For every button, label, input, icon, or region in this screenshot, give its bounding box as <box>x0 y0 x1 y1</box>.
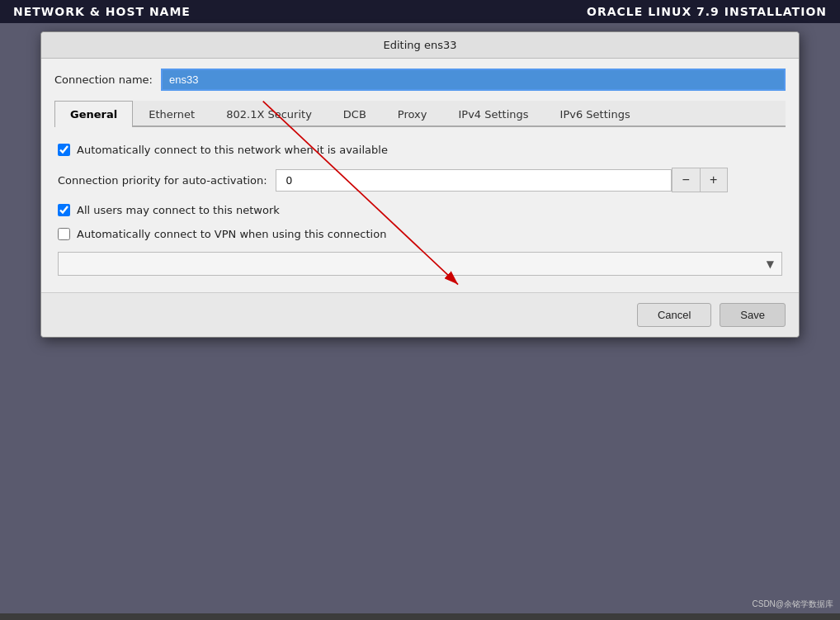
priority-row: Connection priority for auto-activation:… <box>58 168 782 192</box>
vpn-checkbox-row: Automatically connect to VPN when using … <box>58 228 782 240</box>
save-button[interactable]: Save <box>720 303 786 327</box>
priority-decrease-button[interactable]: − <box>672 168 700 192</box>
tab-dcb[interactable]: DCB <box>328 101 382 127</box>
priority-input-group: − + <box>276 168 728 192</box>
all-users-row: All users may connect to this network <box>58 204 782 216</box>
top-bar: NETWORK & HOST NAME ORACLE LINUX 7.9 INS… <box>0 0 840 23</box>
all-users-label: All users may connect to this network <box>77 204 280 216</box>
watermark: CSDN@余铭学数据库 <box>753 599 834 610</box>
tabs-bar: General Ethernet 802.1X Security DCB Pro… <box>54 101 786 127</box>
connection-name-label: Connection name: <box>54 73 153 86</box>
app-title-right: ORACLE LINUX 7.9 INSTALLATION <box>587 5 827 18</box>
app-title-left: NETWORK & HOST NAME <box>13 5 191 18</box>
auto-connect-row: Automatically connect to this network wh… <box>58 144 782 156</box>
auto-connect-checkbox[interactable] <box>58 144 70 156</box>
editing-dialog: Editing ens33 Connection name: General E… <box>40 31 800 338</box>
connection-name-input[interactable] <box>161 69 786 91</box>
connection-name-row: Connection name: <box>54 69 786 91</box>
dialog-body: Connection name: General Ethernet 802.1X… <box>41 59 799 292</box>
priority-label: Connection priority for auto-activation: <box>58 174 267 187</box>
all-users-checkbox[interactable] <box>58 204 70 216</box>
tab-general[interactable]: General <box>54 101 133 127</box>
page-background: Editing ens33 Connection name: General E… <box>0 23 840 613</box>
vpn-dropdown-row: ▼ <box>58 252 782 276</box>
priority-increase-button[interactable]: + <box>700 168 728 192</box>
tab-content-general: Automatically connect to this network wh… <box>54 140 786 279</box>
priority-input[interactable] <box>276 169 672 192</box>
vpn-auto-connect-checkbox[interactable] <box>58 228 70 240</box>
vpn-dropdown-wrapper: ▼ <box>58 252 782 276</box>
dialog-title: Editing ens33 <box>384 39 457 51</box>
tab-ipv4-settings[interactable]: IPv4 Settings <box>442 101 544 127</box>
cancel-button[interactable]: Cancel <box>637 303 711 327</box>
auto-connect-label: Automatically connect to this network wh… <box>77 144 388 156</box>
vpn-auto-connect-label: Automatically connect to VPN when using … <box>77 228 386 240</box>
tab-8021x-security[interactable]: 802.1X Security <box>210 101 328 127</box>
tab-proxy[interactable]: Proxy <box>382 101 443 127</box>
dialog-titlebar: Editing ens33 <box>41 32 799 59</box>
tab-ipv6-settings[interactable]: IPv6 Settings <box>545 101 646 127</box>
tab-ethernet[interactable]: Ethernet <box>133 101 210 127</box>
vpn-dropdown[interactable] <box>58 252 782 276</box>
dialog-footer: Cancel Save <box>41 292 799 337</box>
